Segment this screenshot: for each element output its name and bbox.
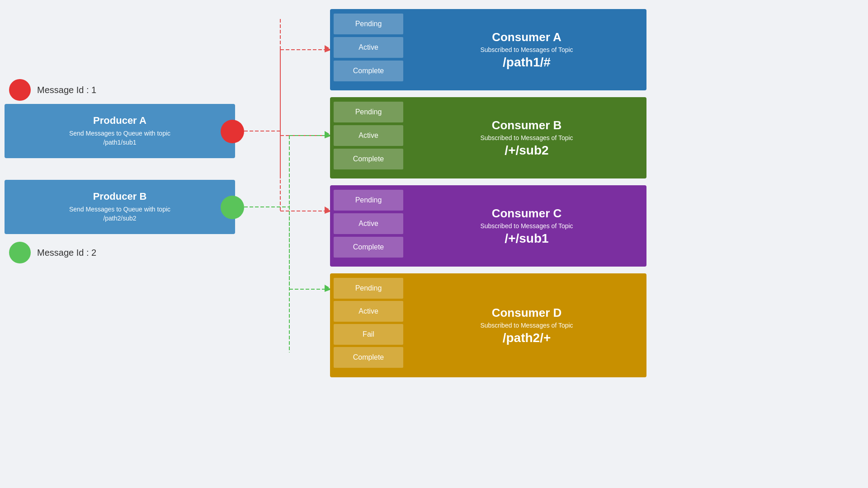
message-legend-2: Message Id : 2	[9, 242, 96, 263]
message-label-1: Message Id : 1	[37, 85, 96, 95]
producer-a-box: Producer A Send Messages to Queue with t…	[5, 104, 235, 158]
consumer-b-block: Pending Active Complete Consumer B Subsc…	[330, 97, 646, 178]
producer-b-bubble	[221, 196, 244, 219]
producer-b-box: Producer B Send Messages to Queue with t…	[5, 180, 235, 234]
consumer-c-sub: Subscribed to Messages of Topic	[480, 222, 573, 230]
consumer-c-block: Pending Active Complete Consumer C Subsc…	[330, 185, 646, 267]
consumer-c-complete: Complete	[334, 237, 403, 258]
consumer-d-pending: Pending	[334, 278, 403, 299]
consumer-d-block: Pending Active Fail Complete Consumer D …	[330, 273, 646, 377]
consumer-b-name: Consumer B	[492, 118, 562, 132]
consumer-a-topic: /path1/#	[503, 55, 551, 70]
producer-a-subtitle: Send Messages to Queue with topic/path1/…	[69, 129, 170, 147]
consumer-b-active: Active	[334, 125, 403, 146]
consumer-a-complete: Complete	[334, 61, 403, 81]
arrow-consumer-c-red	[325, 206, 329, 212]
consumer-a-pending: Pending	[334, 14, 403, 34]
consumer-c-active: Active	[334, 213, 403, 234]
consumer-c-name: Consumer C	[492, 206, 562, 221]
consumer-b-topic: /+/sub2	[505, 143, 548, 158]
consumer-a-name: Consumer A	[492, 30, 561, 44]
producer-a-title: Producer A	[69, 115, 170, 127]
message-legend-1: Message Id : 1	[9, 79, 96, 101]
producer-a-bubble	[221, 120, 244, 143]
consumer-b-sub: Subscribed to Messages of Topic	[480, 134, 573, 141]
consumer-c-topic: /+/sub1	[505, 231, 548, 246]
consumer-d-name: Consumer D	[492, 306, 562, 320]
consumer-d-complete: Complete	[334, 347, 403, 368]
consumer-d-active: Active	[334, 301, 403, 322]
arrow-consumer-b-green	[325, 131, 329, 136]
arrow-consumer-b-red	[325, 131, 329, 136]
producer-b-title: Producer B	[69, 191, 170, 202]
consumer-a-sub: Subscribed to Messages of Topic	[480, 46, 573, 53]
arrow-consumer-d-green	[325, 285, 329, 290]
consumer-d-fail: Fail	[334, 324, 403, 345]
consumer-b-pending: Pending	[334, 102, 403, 122]
message-label-2: Message Id : 2	[37, 248, 96, 258]
producer-b-subtitle: Send Messages to Queue with topic/path2/…	[69, 205, 170, 223]
message-circle-2	[9, 242, 31, 263]
consumer-d-topic: /path2/+	[503, 331, 551, 345]
consumer-c-pending: Pending	[334, 190, 403, 211]
arrow-consumer-a-red	[325, 45, 329, 51]
canvas: Message Id : 1 Message Id : 2 Producer A…	[0, 0, 868, 488]
consumer-a-active: Active	[334, 37, 403, 58]
consumer-b-complete: Complete	[334, 149, 403, 169]
consumer-a-block: Pending Active Complete Consumer A Subsc…	[330, 9, 646, 90]
consumer-d-sub: Subscribed to Messages of Topic	[480, 322, 573, 329]
message-circle-1	[9, 79, 31, 101]
